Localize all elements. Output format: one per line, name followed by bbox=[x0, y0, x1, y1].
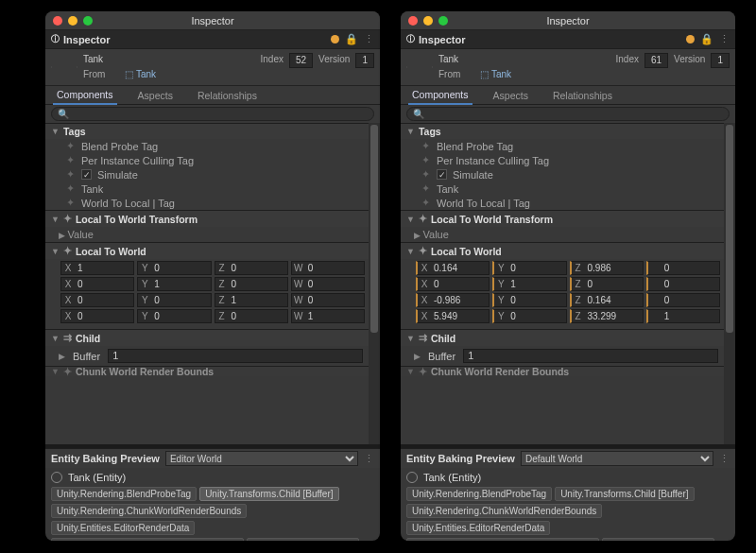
live-link-icon[interactable] bbox=[331, 35, 339, 43]
ltw-header[interactable]: ▼✦Local To World bbox=[401, 243, 724, 259]
checkbox-checked-icon[interactable]: ✓ bbox=[437, 169, 447, 180]
menu-icon[interactable]: ⋮ bbox=[719, 453, 730, 465]
matrix-cell[interactable]: W1 bbox=[291, 309, 365, 323]
menu-icon[interactable]: ⋮ bbox=[719, 33, 730, 45]
matrix-cell[interactable]: X0.164 bbox=[416, 261, 490, 275]
component-chip[interactable]: Unity.Rendering.BlendProbeTag bbox=[406, 487, 552, 501]
matrix-cell[interactable]: W0 bbox=[291, 293, 365, 307]
matrix-cell[interactable]: Y0 bbox=[492, 261, 566, 275]
component-chip[interactable]: Unity.Rendering.ChunkWorldRenderBounds bbox=[406, 504, 602, 518]
matrix-cell[interactable]: Y1 bbox=[137, 277, 211, 291]
chevron-right-icon[interactable]: ▶ bbox=[414, 352, 421, 361]
buffer-count[interactable]: 1 bbox=[108, 349, 363, 363]
tag-row[interactable]: ✦Per Instance Culling Tag bbox=[45, 153, 369, 167]
component-chip[interactable]: Unity.Entities.EditorRenderData bbox=[406, 521, 550, 535]
matrix-cell[interactable]: X-0.986 bbox=[416, 293, 490, 307]
tag-row[interactable]: ✦Blend Probe Tag bbox=[45, 139, 369, 153]
matrix-cell[interactable]: Y0 bbox=[137, 309, 211, 323]
component-chip[interactable]: Unity.Rendering.EntitiesGraphicsChunkInf… bbox=[51, 538, 244, 541]
tab-relationships[interactable]: Relationships bbox=[194, 87, 261, 104]
menu-icon[interactable]: ⋮ bbox=[364, 33, 374, 45]
tab-inspector[interactable]: ⓘInspector bbox=[406, 33, 466, 45]
tab-relationships[interactable]: Relationships bbox=[549, 87, 616, 104]
matrix-cell[interactable]: 0 bbox=[646, 293, 720, 307]
component-chip[interactable]: Unity.Rendering.EntitiesGraphicsChunkInf… bbox=[406, 538, 599, 541]
source-link[interactable]: ⬚Tank bbox=[480, 68, 511, 81]
world-select[interactable]: Default World bbox=[521, 451, 713, 466]
titlebar[interactable]: Inspector bbox=[45, 11, 380, 30]
scrollbar[interactable] bbox=[724, 123, 735, 444]
child-header[interactable]: ▼⇉Child bbox=[401, 330, 724, 346]
matrix-cell[interactable]: Y0 bbox=[492, 309, 566, 323]
chunk-bounds-header[interactable]: ▼✦Chunk World Render Bounds bbox=[45, 367, 369, 376]
ltw-transform-header[interactable]: ▼✦Local To World Transform bbox=[45, 211, 369, 227]
tags-header[interactable]: ▼Tags bbox=[45, 124, 369, 139]
ltw-header[interactable]: ▼✦Local To World bbox=[45, 243, 369, 259]
tag-row[interactable]: ✦Tank bbox=[45, 181, 369, 196]
matrix-cell[interactable]: Y0 bbox=[137, 261, 211, 275]
component-chip[interactable]: Unity.Entities.EditorRenderData bbox=[51, 521, 195, 535]
matrix-cell[interactable]: X5.949 bbox=[416, 309, 490, 323]
matrix-cell[interactable]: X1 bbox=[60, 261, 134, 275]
tab-aspects[interactable]: Aspects bbox=[134, 87, 177, 104]
value-foldout[interactable]: ▶ Value bbox=[45, 227, 369, 242]
buffer-count[interactable]: 1 bbox=[463, 349, 718, 363]
source-link[interactable]: ⬚Tank bbox=[125, 68, 156, 81]
tag-row[interactable]: ✦Per Instance Culling Tag bbox=[401, 153, 724, 167]
tag-row[interactable]: ✦Tank bbox=[401, 181, 724, 196]
scrollbar[interactable] bbox=[369, 123, 380, 444]
tags-header[interactable]: ▼Tags bbox=[401, 124, 724, 139]
tab-components[interactable]: Components bbox=[53, 86, 117, 105]
component-chip[interactable]: Unity.Transforms.Child [Buffer] bbox=[199, 487, 338, 501]
matrix-cell[interactable]: W0 bbox=[291, 261, 365, 275]
matrix-cell[interactable]: X0 bbox=[60, 309, 134, 323]
chevron-right-icon[interactable]: ▶ bbox=[59, 352, 65, 361]
scrollbar-thumb[interactable] bbox=[370, 125, 378, 333]
world-select[interactable]: Editor World bbox=[165, 451, 358, 466]
matrix-cell[interactable]: Z0 bbox=[215, 309, 288, 323]
matrix-cell[interactable]: Z0 bbox=[215, 261, 288, 275]
component-chip[interactable]: Unity.Entities.EntityGuid bbox=[247, 538, 359, 541]
lock-icon[interactable]: 🔒 bbox=[700, 33, 713, 45]
matrix-cell[interactable]: Y1 bbox=[492, 277, 566, 291]
tab-components[interactable]: Components bbox=[408, 86, 472, 105]
component-chip[interactable]: Unity.Entities.EntityGuid bbox=[602, 538, 714, 541]
chunk-bounds-header[interactable]: ▼✦Chunk World Render Bounds bbox=[401, 367, 724, 376]
tag-row[interactable]: ✦Blend Probe Tag bbox=[401, 139, 724, 153]
matrix-cell[interactable]: Z0.986 bbox=[570, 261, 644, 275]
tag-row[interactable]: ✦World To Local | Tag bbox=[45, 196, 369, 210]
matrix-cell[interactable]: X0 bbox=[60, 293, 134, 307]
matrix-cell[interactable]: Z0.164 bbox=[570, 293, 644, 307]
search-input[interactable] bbox=[51, 107, 374, 121]
ltw-transform-header[interactable]: ▼✦Local To World Transform bbox=[401, 211, 724, 227]
lock-icon[interactable]: 🔒 bbox=[345, 33, 358, 45]
matrix-cell[interactable]: X0 bbox=[60, 277, 134, 291]
matrix-cell[interactable]: Z0 bbox=[570, 277, 644, 291]
scrollbar-thumb[interactable] bbox=[726, 125, 733, 333]
matrix-cell[interactable]: Y0 bbox=[492, 293, 566, 307]
matrix-cell[interactable]: X0 bbox=[416, 277, 490, 291]
matrix-cell[interactable]: Y0 bbox=[137, 293, 211, 307]
tab-inspector[interactable]: ⓘInspector bbox=[51, 33, 111, 45]
menu-icon[interactable]: ⋮ bbox=[364, 453, 374, 465]
tab-aspects[interactable]: Aspects bbox=[490, 87, 532, 104]
matrix-cell[interactable]: 0 bbox=[646, 277, 720, 291]
component-chip[interactable]: Unity.Transforms.Child [Buffer] bbox=[555, 487, 694, 501]
child-header[interactable]: ▼⇉Child bbox=[45, 330, 369, 346]
component-chip[interactable]: Unity.Rendering.ChunkWorldRenderBounds bbox=[51, 504, 247, 518]
matrix-cell[interactable]: Z1 bbox=[215, 293, 288, 307]
tag-row[interactable]: ✦✓Simulate bbox=[401, 167, 724, 181]
checkbox-checked-icon[interactable]: ✓ bbox=[81, 169, 92, 180]
component-chip[interactable]: Unity.Rendering.BlendProbeTag bbox=[51, 487, 197, 501]
search-input[interactable] bbox=[406, 107, 730, 121]
tag-row[interactable]: ✦World To Local | Tag bbox=[401, 196, 724, 210]
live-link-icon[interactable] bbox=[686, 35, 695, 43]
matrix-cell[interactable]: W0 bbox=[291, 277, 365, 291]
titlebar[interactable]: Inspector bbox=[401, 11, 735, 30]
tag-row[interactable]: ✦✓Simulate bbox=[45, 167, 369, 181]
matrix-cell[interactable]: 1 bbox=[646, 309, 720, 323]
matrix-cell[interactable]: Z33.299 bbox=[570, 309, 644, 323]
matrix-cell[interactable]: Z0 bbox=[215, 277, 288, 291]
value-foldout[interactable]: ▶ Value bbox=[401, 227, 724, 242]
matrix-cell[interactable]: 0 bbox=[646, 261, 720, 275]
